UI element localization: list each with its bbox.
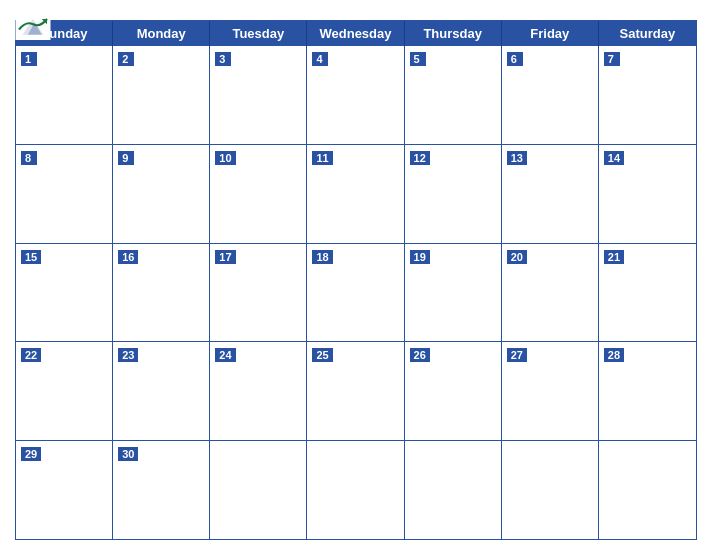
day-cell: 27	[502, 342, 599, 440]
day-number: 16	[118, 250, 138, 264]
day-number: 20	[507, 250, 527, 264]
day-number: 15	[21, 250, 41, 264]
day-cell	[307, 441, 404, 539]
day-number-empty	[312, 456, 328, 458]
day-of-week-wednesday: Wednesday	[307, 21, 404, 46]
day-cell: 15	[16, 244, 113, 342]
week-row-1: 1234567	[16, 46, 696, 145]
day-cell: 30	[113, 441, 210, 539]
day-cell: 4	[307, 46, 404, 144]
week-row-4: 22232425262728	[16, 342, 696, 441]
day-cell	[210, 441, 307, 539]
day-cell: 5	[405, 46, 502, 144]
day-cell: 12	[405, 145, 502, 243]
day-cell: 16	[113, 244, 210, 342]
day-cell: 8	[16, 145, 113, 243]
day-number: 17	[215, 250, 235, 264]
day-number-empty	[507, 456, 523, 458]
day-cell: 21	[599, 244, 696, 342]
calendar-grid: SundayMondayTuesdayWednesdayThursdayFrid…	[15, 20, 697, 540]
day-cell: 25	[307, 342, 404, 440]
day-number-empty	[215, 456, 231, 458]
day-number-empty	[410, 456, 426, 458]
day-number: 26	[410, 348, 430, 362]
day-cell: 26	[405, 342, 502, 440]
day-number: 29	[21, 447, 41, 461]
day-number: 8	[21, 151, 37, 165]
day-number: 10	[215, 151, 235, 165]
day-cell: 3	[210, 46, 307, 144]
day-number: 21	[604, 250, 624, 264]
day-cell: 17	[210, 244, 307, 342]
day-number: 23	[118, 348, 138, 362]
day-cell: 23	[113, 342, 210, 440]
day-number: 24	[215, 348, 235, 362]
day-cell	[599, 441, 696, 539]
week-row-5: 2930	[16, 441, 696, 539]
day-cell: 11	[307, 145, 404, 243]
day-number: 5	[410, 52, 426, 66]
day-number-empty	[604, 456, 620, 458]
day-cell: 6	[502, 46, 599, 144]
day-cell: 28	[599, 342, 696, 440]
calendar-header	[15, 10, 697, 14]
day-of-week-thursday: Thursday	[405, 21, 502, 46]
day-cell: 20	[502, 244, 599, 342]
day-cell: 14	[599, 145, 696, 243]
day-cell	[502, 441, 599, 539]
day-of-week-monday: Monday	[113, 21, 210, 46]
day-of-week-saturday: Saturday	[599, 21, 696, 46]
day-cell: 19	[405, 244, 502, 342]
day-number: 13	[507, 151, 527, 165]
day-number: 18	[312, 250, 332, 264]
day-cell: 22	[16, 342, 113, 440]
day-number: 11	[312, 151, 332, 165]
week-row-3: 15161718192021	[16, 244, 696, 343]
day-cell: 10	[210, 145, 307, 243]
week-row-2: 891011121314	[16, 145, 696, 244]
day-number: 7	[604, 52, 620, 66]
day-cell: 13	[502, 145, 599, 243]
calendar-page: SundayMondayTuesdayWednesdayThursdayFrid…	[0, 0, 712, 550]
day-number: 2	[118, 52, 134, 66]
day-number: 22	[21, 348, 41, 362]
day-of-week-tuesday: Tuesday	[210, 21, 307, 46]
day-number: 28	[604, 348, 624, 362]
day-number: 19	[410, 250, 430, 264]
day-cell: 18	[307, 244, 404, 342]
day-number: 9	[118, 151, 134, 165]
calendar-body: 1234567891011121314151617181920212223242…	[16, 46, 696, 539]
days-of-week-row: SundayMondayTuesdayWednesdayThursdayFrid…	[16, 21, 696, 46]
day-number: 27	[507, 348, 527, 362]
day-cell: 1	[16, 46, 113, 144]
day-number: 1	[21, 52, 37, 66]
day-number: 14	[604, 151, 624, 165]
day-number: 30	[118, 447, 138, 461]
day-cell: 24	[210, 342, 307, 440]
day-of-week-friday: Friday	[502, 21, 599, 46]
day-number: 12	[410, 151, 430, 165]
logo	[15, 12, 51, 40]
day-number: 25	[312, 348, 332, 362]
day-number: 4	[312, 52, 328, 66]
day-number: 6	[507, 52, 523, 66]
day-cell: 29	[16, 441, 113, 539]
day-cell: 2	[113, 46, 210, 144]
day-cell: 7	[599, 46, 696, 144]
day-number: 3	[215, 52, 231, 66]
day-cell: 9	[113, 145, 210, 243]
day-cell	[405, 441, 502, 539]
